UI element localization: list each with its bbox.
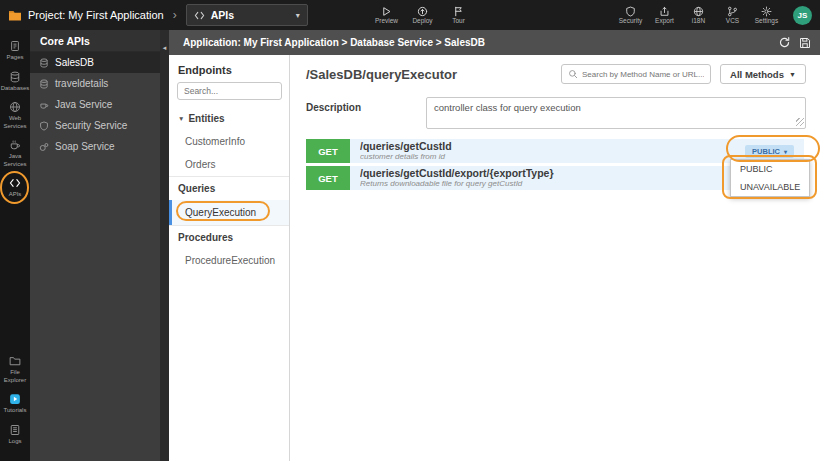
tutorials-icon (9, 393, 21, 405)
breadcrumb-bar: Application: My First Application > Data… (169, 30, 820, 55)
export-button[interactable]: Export (652, 6, 677, 25)
logs-label: Logs (8, 438, 21, 446)
method-search-input[interactable] (582, 70, 704, 79)
settings-button[interactable]: Settings (754, 6, 779, 25)
module-dropdown[interactable]: APIs ▾ (186, 4, 308, 26)
databases-icon (9, 71, 21, 83)
service-item-traveldetails[interactable]: traveldetails (30, 73, 160, 94)
page-title: /SalesDB/queryExecutor (306, 67, 457, 82)
services-panel: Core APIs SalesDB traveldetails Java Ser… (30, 30, 160, 461)
sidebar-item-pages[interactable]: Pages (0, 35, 30, 66)
tree-item-queryexecution[interactable]: QueryExecution (169, 200, 289, 225)
security-button[interactable]: Security (618, 6, 643, 25)
deploy-button[interactable]: Deploy (410, 6, 435, 25)
panel-collapse-strip: ◄ (160, 30, 169, 461)
breadcrumb-actions (778, 36, 811, 49)
tutorials-label: Tutorials (4, 407, 27, 415)
tree-group-entities[interactable]: ▼ Entities (169, 107, 289, 130)
service-item-java-service[interactable]: Java Service (30, 94, 160, 115)
security-label: Security (619, 18, 642, 25)
project-folder-icon (8, 9, 22, 21)
sidebar-item-databases[interactable]: Databases (0, 66, 30, 97)
service-item-security-service[interactable]: Security Service (30, 115, 160, 136)
endpoint-summary: Returns downloadable file for query getC… (360, 179, 554, 188)
export-label: Export (655, 18, 674, 25)
sidebar-item-tutorials[interactable]: Tutorials (0, 388, 30, 419)
service-item-label: Soap Service (55, 141, 114, 152)
description-section: Description controller class for query e… (290, 92, 820, 137)
i18n-icon (693, 6, 704, 17)
content-header: /SalesDB/queryExecutor All Methods ▼ (290, 55, 820, 92)
methods-filter-dropdown[interactable]: All Methods ▼ (720, 64, 806, 84)
endpoint-path: /queries/getCustId (360, 140, 452, 152)
tree-group-label: Procedures (178, 232, 233, 243)
web-services-icon (9, 101, 21, 113)
tour-icon (453, 6, 464, 17)
user-avatar[interactable]: JS (793, 6, 812, 25)
method-badge: GET (306, 139, 350, 163)
tree-item-label: QueryExecution (185, 207, 256, 218)
chevron-right-icon: › (173, 8, 177, 22)
tree-item-customerinfo[interactable]: CustomerInfo (169, 130, 289, 153)
security-icon (625, 6, 636, 17)
export-icon (659, 6, 670, 17)
i18n-label: i18N (692, 18, 705, 25)
access-menu-item-public[interactable]: PUBLIC (731, 160, 809, 178)
vcs-button[interactable]: VCS (720, 6, 745, 25)
services-panel-title: Core APIs (30, 30, 160, 52)
sidebar-item-web-services[interactable]: Web Services (0, 96, 30, 134)
preview-label: Preview (375, 18, 398, 25)
service-item-salesdb[interactable]: SalesDB (30, 52, 160, 73)
preview-icon (381, 6, 392, 17)
tree-item-orders[interactable]: Orders (169, 153, 289, 176)
preview-button[interactable]: Preview (374, 6, 399, 25)
service-item-soap-service[interactable]: Soap Service (30, 136, 160, 157)
pages-label: Pages (6, 54, 23, 62)
database-icon (39, 58, 49, 68)
service-item-label: Security Service (55, 120, 127, 131)
sidebar-item-java-services[interactable]: Java Services (0, 134, 30, 172)
endpoint-texts: /queries/getCustId customer details from… (360, 140, 452, 162)
soap-icon (39, 142, 49, 152)
java-services-label: Java Services (1, 153, 29, 168)
access-menu-item-unavailable[interactable]: UNAVAILABLE (731, 178, 809, 196)
endpoint-texts: /queries/getCustId/export/{exportType} R… (360, 167, 554, 189)
collapse-left-icon[interactable]: ◄ (162, 45, 168, 461)
logs-icon (9, 424, 21, 436)
apis-label: APIs (9, 191, 22, 199)
tree-group-queries[interactable]: Queries (169, 176, 289, 200)
sidebar-item-logs[interactable]: Logs (0, 419, 30, 450)
caret-down-icon: ▾ (784, 148, 787, 155)
service-item-label: Java Service (55, 99, 112, 110)
tree-group-label: Queries (178, 183, 215, 194)
file-explorer-icon (9, 355, 21, 367)
access-dropdown[interactable]: PUBLIC ▾ (745, 145, 794, 158)
refresh-button[interactable] (778, 36, 791, 49)
access-menu: PUBLIC UNAVAILABLE (730, 159, 810, 197)
search-icon (568, 69, 578, 79)
main-content: /SalesDB/queryExecutor All Methods ▼ Des… (290, 55, 820, 461)
tour-button[interactable]: Tour (446, 6, 471, 25)
module-dropdown-label: APIs (211, 9, 234, 21)
tree-item-procedureexecution[interactable]: ProcedureExecution (169, 249, 289, 272)
endpoints-search-input[interactable] (177, 82, 282, 100)
description-textarea[interactable]: controller class for query execution (426, 97, 806, 129)
topbar-center-actions: Preview Deploy Tour (374, 0, 471, 30)
shield-icon (39, 121, 49, 131)
endpoint-summary: customer details from id (360, 152, 452, 161)
sidebar-item-file-explorer[interactable]: File Explorer (0, 350, 30, 388)
endpoint-path: /queries/getCustId/export/{exportType} (360, 167, 554, 179)
app-window: Project: My First Application › APIs ▾ P… (0, 0, 820, 461)
tree-group-procedures[interactable]: Procedures (169, 225, 289, 249)
java-services-icon (9, 139, 21, 151)
caret-down-icon: ▼ (178, 115, 184, 122)
methods-filter-label: All Methods (730, 69, 784, 80)
sidebar-item-apis[interactable]: APIs (0, 172, 30, 203)
access-dropdown-label: PUBLIC (752, 147, 780, 156)
topbar-left: Project: My First Application › APIs ▾ (8, 4, 308, 26)
save-button[interactable] (799, 37, 811, 49)
project-label: Project: My First Application (28, 9, 164, 21)
file-explorer-label: File Explorer (1, 369, 29, 384)
tour-label: Tour (452, 18, 465, 25)
i18n-button[interactable]: i18N (686, 6, 711, 25)
